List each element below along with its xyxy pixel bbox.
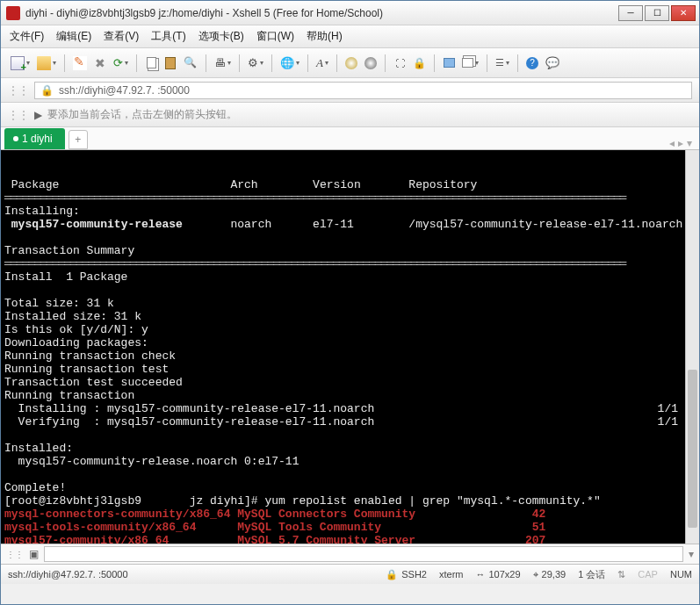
toolbar: ✖ ⟳ 🖶 ⚙ 🌐 A ⛶ 🔒 ☰ ? 💬 [1, 48, 699, 78]
confirm-prompt: Is this ok [y/d/N]: y [4, 323, 148, 336]
status-protocol: 🔒 SSH2 [386, 569, 427, 580]
status-termtype: xterm [439, 569, 464, 580]
cmd-line: [root@iz8vbhtj3lgsb9 jz diyhi]# yum repo… [4, 494, 601, 508]
verify-line: Verifying : mysql57-community-release-el… [4, 415, 374, 429]
menu-file[interactable]: 文件(F) [10, 29, 44, 44]
total-size: Total size: 31 k [4, 297, 114, 310]
menu-window[interactable]: 窗口(W) [256, 29, 294, 44]
tab-next-icon[interactable]: ▸ [678, 137, 683, 149]
tab-status-dot-icon [13, 136, 18, 141]
installed-size: Installed size: 31 k [4, 310, 141, 323]
installed-header: Installed: [4, 442, 73, 455]
repo-row: mysql57-community/x86_64 MySQL 5.7 Commu… [4, 534, 545, 544]
open-button[interactable] [34, 54, 59, 73]
menu-tools[interactable]: 工具(T) [151, 29, 185, 44]
scrollbar-vertical[interactable] [685, 150, 699, 544]
installed-pkg: mysql57-community-release.noarch 0:el7-1… [4, 455, 299, 468]
tab-label: 1 diyhi [22, 133, 53, 145]
help-button[interactable]: ? [523, 54, 541, 73]
close-button[interactable]: ✕ [671, 5, 696, 21]
run-txn: Running transaction [4, 389, 134, 402]
compose-target-icon[interactable]: ▣ [29, 548, 39, 560]
terminal[interactable]: Package Arch Version Repository Size ═══… [1, 150, 699, 544]
status-connection: ssh://diyhi@47.92.7. :50000 [8, 569, 128, 580]
table-header: Package Arch Version Repository Size [4, 178, 699, 191]
compose-dropdown-icon[interactable]: ▾ [689, 548, 694, 560]
table-row: mysql57-community-release noarch el7-11 … [4, 218, 699, 231]
view-list-button[interactable]: ☰ [493, 54, 512, 73]
address-url: ssh://diyhi@47.92.7. :50000 [59, 84, 190, 97]
color1-button[interactable] [343, 54, 360, 73]
window-titlebar: diyhi - diyhi@iz8vbhtj3lgsb9 jz:/home/di… [1, 1, 699, 25]
installing-header: Installing: [4, 205, 80, 218]
color2-button[interactable] [362, 54, 379, 73]
repo-row: mysql-tools-community/x86_64 MySQL Tools… [4, 521, 545, 534]
menu-view[interactable]: 查看(V) [104, 29, 139, 44]
test-ok: Transaction test succeeded [4, 376, 183, 389]
divider: ════════════════════════════════════════… [4, 191, 625, 205]
multi-window-button[interactable] [459, 54, 481, 73]
compose-bar: ⋮⋮ ▣ ▾ [1, 544, 699, 565]
status-sessions: 1 会话 [578, 568, 605, 581]
font-button[interactable]: A [314, 54, 331, 73]
address-bar: ⋮⋮ 🔒 ssh://diyhi@47.92.7. :50000 [1, 78, 699, 103]
new-session-button[interactable] [8, 54, 32, 73]
disconnect-button[interactable]: ✖ [91, 54, 109, 73]
hint-text: 要添加当前会话，点击左侧的箭头按钮。 [47, 107, 237, 122]
install-line: Installing : mysql57-community-release-e… [4, 402, 374, 415]
paste-button[interactable] [162, 54, 179, 73]
tab-prev-icon[interactable]: ◂ [669, 137, 675, 149]
downloading: Downloading packages: [4, 336, 148, 349]
scroll-thumb[interactable] [688, 370, 697, 528]
status-num: NUM [670, 569, 692, 580]
tab-bar: 1 diyhi + ◂ ▸ ▾ [1, 127, 699, 150]
reconnect-button[interactable]: ⟳ [111, 54, 131, 73]
lock-icon: 🔒 [40, 84, 54, 97]
status-bar: ssh://diyhi@47.92.7. :50000 🔒 SSH2 xterm… [1, 565, 699, 584]
app-icon [6, 6, 20, 20]
status-cursor: ⌖ 29,39 [533, 569, 566, 580]
install-count: Install 1 Package [4, 270, 127, 284]
session-tab[interactable]: 1 diyhi [4, 128, 65, 149]
fullscreen-button[interactable]: ⛶ [391, 54, 408, 73]
maximize-button[interactable]: ☐ [645, 5, 669, 21]
menu-bar: 文件(F) 编辑(E) 查看(V) 工具(T) 选项卡(B) 窗口(W) 帮助(… [1, 25, 699, 48]
single-window-button[interactable] [440, 54, 458, 73]
run-check: Running transaction check [4, 349, 176, 363]
language-button[interactable]: 🌐 [278, 54, 302, 73]
menu-tab[interactable]: 选项卡(B) [198, 29, 244, 44]
minimize-button[interactable]: ─ [618, 5, 643, 21]
status-cap: CAP [638, 569, 658, 580]
complete: Complete! [4, 481, 66, 494]
window-title: diyhi - diyhi@iz8vbhtj3lgsb9 jz:/home/di… [25, 7, 617, 19]
transaction-summary: Transaction Summary [4, 244, 134, 257]
copy-button[interactable] [142, 54, 160, 73]
grip-icon: ⋮⋮ [8, 84, 29, 97]
grip-icon: ⋮⋮ [8, 109, 29, 121]
status-size: ↔ 107x29 [476, 569, 521, 580]
feedback-button[interactable]: 💬 [543, 54, 562, 73]
print-button[interactable]: 🖶 [212, 54, 234, 73]
bookmark-add-icon[interactable]: ▶ [34, 109, 42, 121]
address-input[interactable]: 🔒 ssh://diyhi@47.92.7. :50000 [34, 82, 692, 99]
tab-menu-icon[interactable]: ▾ [687, 137, 692, 149]
status-updown-icon[interactable]: ⇅ [617, 569, 625, 580]
add-tab-button[interactable]: + [69, 130, 88, 149]
grip-icon: ⋮⋮ [6, 550, 24, 559]
properties-button[interactable]: ⚙ [245, 54, 266, 73]
compose-input[interactable] [44, 546, 683, 562]
connect-button[interactable] [70, 54, 90, 73]
divider: ════════════════════════════════════════… [4, 257, 625, 270]
menu-edit[interactable]: 编辑(E) [56, 29, 91, 44]
repo-row: mysql-connectors-community/x86_64 MySQL … [4, 508, 545, 521]
lock-button[interactable]: 🔒 [410, 54, 429, 73]
run-test: Running transaction test [4, 363, 169, 376]
hint-bar: ⋮⋮ ▶ 要添加当前会话，点击左侧的箭头按钮。 [1, 103, 699, 127]
find-button[interactable] [181, 54, 200, 73]
menu-help[interactable]: 帮助(H) [307, 29, 343, 44]
